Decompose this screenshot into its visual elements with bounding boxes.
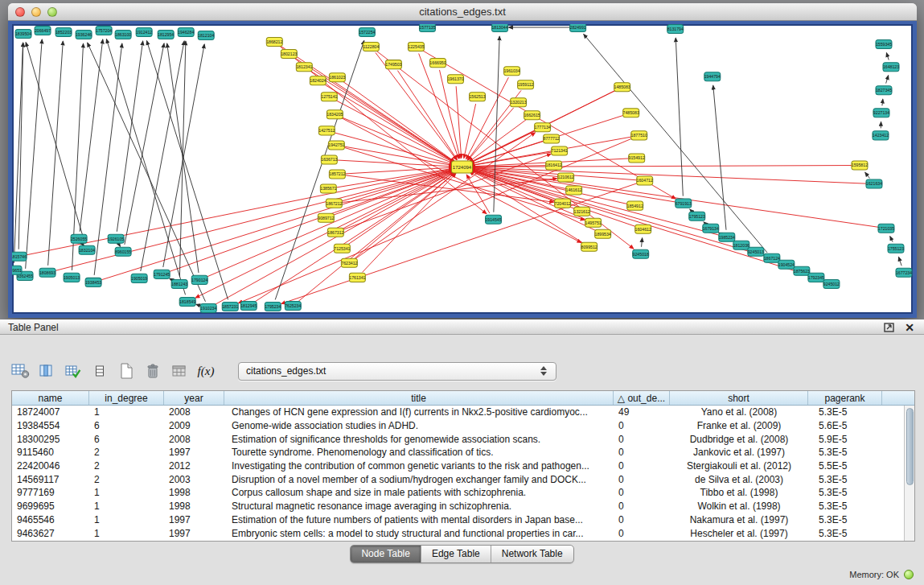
graph-edge[interactable] xyxy=(890,237,893,242)
graph-node-label: 1795123 xyxy=(689,214,705,219)
table-header: namein_degreeyeartitle△ out_de...shortpa… xyxy=(12,391,914,406)
table-scrollbar[interactable] xyxy=(904,406,914,541)
cell-in_degree: 1 xyxy=(89,487,164,498)
table-row[interactable]: 1456911722003Disruption of a novel membe… xyxy=(12,472,904,486)
graph-edge[interactable] xyxy=(14,43,23,263)
table-row[interactable]: 1938455462009Genome-wide association stu… xyxy=(12,419,904,433)
graph-edge[interactable] xyxy=(18,43,23,249)
table-row[interactable]: 2242004622012Investigating the contribut… xyxy=(12,459,904,473)
graph-node-label: 1812945 xyxy=(240,303,257,308)
table-options-icon[interactable] xyxy=(8,360,32,382)
graph-edge[interactable] xyxy=(48,41,64,266)
table-row[interactable]: 1872400712008Changes of HCN gene express… xyxy=(12,406,904,419)
new-table-icon[interactable] xyxy=(114,360,138,382)
graph-edge[interactable] xyxy=(882,99,883,105)
function-builder-icon[interactable]: f(x) xyxy=(194,360,218,382)
memory-status-indicator[interactable] xyxy=(904,570,914,579)
cell-pagerank: 5.3E-5 xyxy=(808,474,882,485)
tab-edge-table[interactable]: Edge Table xyxy=(421,546,491,562)
graph-edge[interactable] xyxy=(464,104,476,159)
graph-node-label: 1755123 xyxy=(888,246,904,251)
graph-edge[interactable] xyxy=(470,170,765,257)
table-row[interactable]: 911546021997Tourette syndrome. Phenomeno… xyxy=(12,446,904,459)
graph-node-label: 9245018 xyxy=(633,252,649,257)
graph-edge[interactable] xyxy=(886,76,889,84)
graph-edge[interactable] xyxy=(344,167,453,174)
select-columns-icon[interactable] xyxy=(61,360,85,382)
cell-title: Genome-wide association studies in ADHD. xyxy=(224,420,614,431)
close-window-button[interactable] xyxy=(15,7,25,17)
graph-edge[interactable] xyxy=(494,36,499,212)
graph-edge[interactable] xyxy=(195,90,616,298)
cell-year: 1998 xyxy=(164,487,224,498)
column-header-out_degree[interactable]: △ out_de... xyxy=(614,391,670,405)
cell-title: Estimation of the future numbers of pati… xyxy=(224,514,614,525)
graph-edge[interactable] xyxy=(898,257,901,266)
cell-pagerank: 5.6E-5 xyxy=(808,420,882,431)
cell-in_degree: 2 xyxy=(89,447,164,458)
graph-edge[interactable] xyxy=(26,39,43,269)
cell-pagerank: 5.3E-5 xyxy=(808,528,882,539)
graph-edge[interactable] xyxy=(642,238,643,247)
graph-edge[interactable] xyxy=(704,222,705,224)
window-titlebar[interactable]: citations_edges.txt xyxy=(8,3,917,21)
table-row[interactable]: 977716911998Corpus callosum shape and si… xyxy=(12,486,904,500)
graph-edge[interactable] xyxy=(141,41,184,271)
graph-node-label: 1812954 xyxy=(158,32,174,37)
cell-out_degree: 0 xyxy=(614,474,670,485)
graph-edge[interactable] xyxy=(336,160,453,167)
table-row[interactable]: 969969511998Structural magnetic resonanc… xyxy=(12,500,904,513)
graph-node-label: 1875623 xyxy=(794,269,810,274)
graph-edge[interactable] xyxy=(470,168,879,227)
graph-edge[interactable] xyxy=(333,170,454,215)
graph-edge[interactable] xyxy=(865,172,870,178)
column-header-year[interactable]: year xyxy=(164,391,224,405)
tab-node-table[interactable]: Node Table xyxy=(351,546,421,562)
graph-edge[interactable] xyxy=(713,85,726,230)
column-header-in_degree[interactable]: in_degree xyxy=(89,391,164,405)
graph-edge[interactable] xyxy=(676,38,683,196)
graph-edge[interactable] xyxy=(163,44,204,267)
cell-title: Embryonic stem cells: a model to study s… xyxy=(224,528,614,539)
graph-node-label: 9227134 xyxy=(873,110,889,115)
tab-network-table[interactable]: Network Table xyxy=(491,546,573,562)
delete-table-icon[interactable] xyxy=(141,360,165,382)
float-panel-icon[interactable] xyxy=(883,321,896,333)
table-row[interactable]: 946554611997Estimation of the future num… xyxy=(12,513,904,527)
show-columns-icon[interactable] xyxy=(35,360,59,382)
graph-edge[interactable] xyxy=(334,133,454,165)
graph-edge[interactable] xyxy=(456,86,462,158)
graph-node-label: 1863100 xyxy=(115,32,131,37)
network-canvas[interactable]: 1839504206649718522031936246175720418631… xyxy=(12,24,913,314)
table-row[interactable]: 946362711997Embryonic stem cells: a mode… xyxy=(12,526,904,540)
graph-edge[interactable] xyxy=(295,58,454,162)
graph-edge[interactable] xyxy=(886,53,889,60)
graph-edge[interactable] xyxy=(146,41,228,300)
graph-edge[interactable] xyxy=(26,169,454,255)
column-header-name[interactable]: name xyxy=(12,391,89,405)
column-header-title[interactable]: title xyxy=(224,391,614,405)
close-panel-icon[interactable]: ✕ xyxy=(903,321,916,333)
table-row[interactable]: 1830029562008Estimation of significance … xyxy=(12,432,904,446)
table-selector-dropdown[interactable]: citations_edges.txt xyxy=(238,362,556,381)
graph-edge[interactable] xyxy=(125,43,164,245)
graph-edge[interactable] xyxy=(335,100,454,163)
row-mode-icon[interactable] xyxy=(88,360,112,382)
column-header-short[interactable]: short xyxy=(670,391,808,405)
scrollbar-thumb[interactable] xyxy=(906,408,914,485)
graph-edge[interactable] xyxy=(120,245,121,246)
column-header-pagerank[interactable]: pagerank xyxy=(808,391,882,405)
graph-node-label: 2066497 xyxy=(35,28,51,33)
graph-node-label: 1562513 xyxy=(469,94,485,99)
graph-edge[interactable] xyxy=(584,34,767,252)
table-panel-header[interactable]: Table Panel ✕ xyxy=(0,319,924,335)
graph-edge[interactable] xyxy=(55,169,454,270)
graph-edge[interactable] xyxy=(238,138,632,303)
graph-node-label: 8777712 xyxy=(544,136,560,141)
graph-edge[interactable] xyxy=(690,209,692,211)
cell-pagerank: 5.3E-5 xyxy=(808,406,882,418)
zoom-window-button[interactable] xyxy=(47,7,57,17)
import-table-icon[interactable] xyxy=(167,360,191,382)
graph-node-label: 1816412 xyxy=(546,163,562,167)
minimize-window-button[interactable] xyxy=(31,7,41,17)
